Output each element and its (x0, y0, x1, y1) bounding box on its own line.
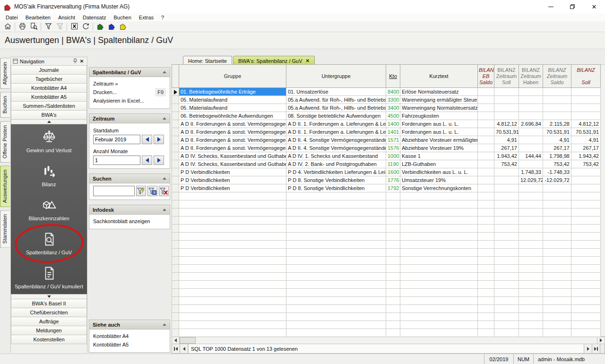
pin-button[interactable] (72, 58, 78, 65)
startdatum-prev-button[interactable] (142, 135, 152, 144)
tab-close-icon[interactable]: ✕ (306, 58, 310, 63)
nav-item-summen-saldenlisten[interactable]: Summen-/Saldenlisten (11, 101, 87, 111)
cell-kurztext[interactable]: Wareneingang ermäßigter Steuersatz (400, 96, 478, 104)
section-suchen-header[interactable]: Suchen (89, 174, 170, 183)
cell-z_haben[interactable] (519, 112, 543, 120)
cell-z_saldo[interactable] (543, 88, 571, 96)
module-tab-stammdaten[interactable]: Stammdaten (0, 210, 10, 248)
close-button[interactable]: ✕ (583, 0, 605, 13)
column-header-soll[interactable]: BILANZ Soll (571, 65, 601, 88)
cell-z_soll[interactable] (494, 176, 519, 184)
row-marker[interactable] (172, 120, 179, 128)
cell-soll[interactable] (571, 168, 601, 176)
cell-soll[interactable] (571, 96, 601, 104)
filter-form-button[interactable] (147, 186, 157, 196)
column-header-untergruppe[interactable]: Untergruppe (286, 65, 386, 88)
cell-z_saldo[interactable] (543, 104, 571, 112)
cell-z_soll[interactable] (494, 104, 519, 112)
siehe-auch-link-kontoblätter-a4[interactable]: Kontoblätter A4 (93, 332, 166, 340)
cell-gruppe[interactable]: A D IV. Schecks, Kassenbestand und Gutha… (179, 152, 286, 160)
cell-z_haben[interactable] (519, 96, 543, 104)
nav-item-chefübersichten[interactable]: Chefübersichten (11, 308, 87, 317)
horizontal-scrollbar[interactable] (172, 337, 605, 344)
cell-gruppe[interactable]: A D II. Forderungen & sonst. Vermögensge… (179, 120, 286, 128)
cell-untergruppe[interactable]: A D IV. 2. Bank- und Postgiroguthaben (286, 160, 386, 168)
column-header-z_saldo[interactable]: BILANZZeitraumSaldo (543, 65, 571, 88)
cell-eb_saldo[interactable] (478, 112, 494, 120)
cell-eb_saldo[interactable] (478, 184, 494, 192)
action-link-analysieren-in-excel[interactable]: Analysieren in Excel... (93, 96, 166, 105)
nav-item-kostenstellen[interactable]: Kostenstellen (11, 335, 87, 344)
cell-z_haben[interactable]: 1.748,33 (519, 168, 543, 176)
cell-kto[interactable]: 1190 (386, 160, 400, 168)
nav-icon-item-spaltenbilanz-guv-kumuliert[interactable]: Spaltenbilanz / GuV kumuliert (11, 260, 87, 295)
cell-z_soll[interactable] (494, 112, 519, 120)
cell-eb_saldo[interactable] (478, 136, 494, 144)
cell-z_soll[interactable]: 1.943,42 (494, 152, 519, 160)
nav-item-meldungen[interactable]: Meldungen (11, 326, 87, 335)
cell-soll[interactable]: 4,91 (571, 136, 601, 144)
nav-item-tagebücher[interactable]: Tagebücher (11, 74, 87, 84)
document-tab-home-startseite[interactable]: Home: Startseite (183, 56, 232, 64)
nav-icon-item-bilanz[interactable]: Bilanz (11, 158, 87, 192)
cell-z_haben[interactable] (519, 136, 543, 144)
cell-z_saldo[interactable]: -1.748,33 (543, 168, 571, 176)
startdatum-next-button[interactable] (154, 135, 164, 144)
section-siehe-auch-header[interactable]: Siehe auch (89, 320, 170, 329)
cell-gruppe[interactable]: P D Verbindlichkeiten (179, 168, 286, 176)
column-header-z_haben[interactable]: BILANZZeitraumHaben (519, 65, 543, 88)
cell-z_haben[interactable] (519, 128, 543, 136)
scrollbar-thumb[interactable] (180, 337, 196, 344)
cell-kurztext[interactable]: Forderungen aus L. u. L. (400, 120, 478, 128)
column-header-eb_saldo[interactable]: BILANZEBSaldo (478, 65, 494, 88)
search-input[interactable] (93, 186, 135, 196)
cell-gruppe[interactable]: A D II. Forderungen & sonst. Vermögensge… (179, 136, 286, 144)
cell-untergruppe[interactable]: P D 8. Sonstige Verbindlichkeiten (286, 184, 386, 192)
cell-z_saldo[interactable]: 2.115,28 (543, 120, 571, 128)
column-header-kurztext[interactable]: Kurztext (400, 65, 478, 88)
cell-gruppe[interactable]: A D IV. Schecks, Kassenbestand und Gutha… (179, 160, 286, 168)
cell-kto[interactable]: 1792 (386, 184, 400, 192)
cell-untergruppe[interactable]: A D IV. 1. Schecks und Kassenbestand (286, 152, 386, 160)
cell-z_saldo[interactable] (543, 184, 571, 192)
cell-eb_saldo[interactable] (478, 128, 494, 136)
cell-z_saldo[interactable]: 4,91 (543, 136, 571, 144)
anzahl-monate-input[interactable] (93, 156, 140, 165)
puzzle-yellow-button[interactable] (117, 22, 129, 32)
cell-eb_saldo[interactable] (478, 96, 494, 104)
refresh-button[interactable] (80, 22, 91, 32)
cell-z_haben[interactable] (519, 144, 543, 152)
last-record-button[interactable] (592, 344, 600, 353)
cell-kurztext[interactable]: Abziehbare Vorsteuer ermäßigter St. (400, 136, 478, 144)
row-marker[interactable] (172, 176, 179, 184)
scroll-right-button[interactable] (597, 337, 605, 344)
anzahl-next-button[interactable] (154, 156, 164, 165)
section-actions-header[interactable]: Spaltenbilanz / GuV (89, 68, 170, 77)
vertical-scrollbar[interactable] (601, 64, 605, 337)
cell-untergruppe[interactable]: A D II. 4. Sonstige Vermögensgegenstände (286, 136, 386, 144)
cell-soll[interactable] (571, 104, 601, 112)
row-marker[interactable] (172, 136, 179, 144)
puzzle-green-button[interactable] (95, 22, 106, 32)
cell-kto[interactable]: 1600 (386, 168, 400, 176)
cell-kto[interactable]: 1000 (386, 152, 400, 160)
row-marker[interactable] (172, 152, 179, 160)
cell-untergruppe[interactable]: 08. Sonstige betriebliche Aufwendungen (286, 112, 386, 120)
cell-z_saldo[interactable] (543, 96, 571, 104)
cell-z_soll[interactable] (494, 96, 519, 104)
cell-eb_saldo[interactable] (478, 168, 494, 176)
cell-kto[interactable]: 1400 (386, 120, 400, 128)
cell-untergruppe[interactable]: P D 8. Sonstige Verbindlichkeiten (286, 176, 386, 184)
cell-z_haben[interactable] (519, 184, 543, 192)
action-link-zeitraum[interactable]: Zeitraum » (93, 79, 166, 88)
cell-kto[interactable]: 1576 (386, 144, 400, 152)
cell-z_soll[interactable] (494, 184, 519, 192)
section-zeitraum-header[interactable]: Zeitraum (89, 114, 170, 123)
cell-kurztext[interactable]: Forderungen aus L. u. L. (400, 128, 478, 136)
row-marker[interactable] (172, 128, 179, 136)
cell-soll[interactable] (571, 176, 601, 184)
cell-soll[interactable]: 753,42 (571, 160, 601, 168)
cell-z_soll[interactable] (494, 168, 519, 176)
cell-untergruppe[interactable]: P D 4. Verbindlichkeiten Lieferungen & L… (286, 168, 386, 176)
cell-z_soll[interactable]: 267,17 (494, 144, 519, 152)
